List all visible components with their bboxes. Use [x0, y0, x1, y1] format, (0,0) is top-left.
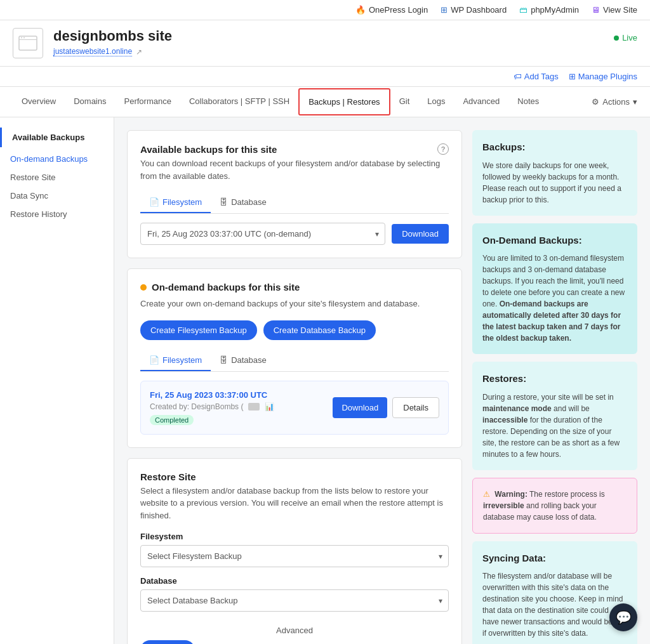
available-backups-title: Available backups for this site ? — [140, 143, 449, 155]
tab-overview[interactable]: Overview — [13, 89, 65, 115]
database-backup-select[interactable]: Select Database Backup — [140, 589, 449, 612]
filesystem-icon2: 📄 — [149, 355, 159, 365]
status-badge: Completed — [150, 415, 194, 425]
create-filesystem-backup-button[interactable]: Create Filesystem Backup — [140, 320, 257, 340]
link-external-icon: ↗ — [136, 48, 142, 56]
tags-bar: 🏷 Add Tags ⊞ Manage Plugins — [0, 67, 650, 87]
on-demand-subtab-database[interactable]: 🗄 Database — [211, 350, 275, 371]
info-icon[interactable]: ? — [437, 143, 449, 155]
monitor-icon: 🖥 — [592, 5, 600, 15]
backup-created-by: Created by: DesignBombs ( — [150, 402, 243, 411]
onepress-login-link[interactable]: 🔥 OnePress Login — [355, 5, 428, 15]
backup-date-row: Fri, 25 Aug 2023 03:37:00 UTC (on-demand… — [140, 223, 449, 245]
on-demand-title: On-demand backups for this site — [152, 282, 300, 292]
content-sidebar: Backups: We store daily backups for one … — [472, 130, 637, 644]
database-restore-field: Database Select Database Backup — [140, 576, 449, 612]
database-label: Database — [140, 576, 449, 586]
live-badge: Live — [614, 33, 637, 43]
info-warning-card: ⚠ Warning: The restore process is irreve… — [472, 478, 637, 534]
info-backups-text: We store daily backups for one week, fol… — [482, 160, 627, 206]
live-label: Live — [622, 33, 637, 43]
backup-download-button[interactable]: Download — [333, 397, 387, 418]
info-restores-text: During a restore, your site will be set … — [482, 391, 627, 460]
tab-logs[interactable]: Logs — [418, 89, 454, 115]
content-main: Available backups for this site ? You ca… — [127, 130, 462, 644]
wp-dashboard-link[interactable]: ⊞ WP Dashboard — [441, 5, 507, 15]
info-ondemand-card: On-Demand Backups: You are limited to 3 … — [472, 223, 637, 355]
sidebar-item-ondemand[interactable]: On-demand Backups — [0, 150, 114, 168]
info-syncing-text: The filesystem and/or database will be o… — [482, 570, 627, 639]
create-database-backup-button[interactable]: Create Database Backup — [263, 320, 376, 340]
chevron-down-icon: ▾ — [633, 97, 637, 107]
restore-title: Restore Site — [140, 471, 449, 482]
chat-bubble[interactable]: 💬 — [609, 603, 637, 631]
content-area: Available backups for this site ? You ca… — [114, 117, 650, 644]
filesystem-backup-select[interactable]: Select Filesystem Backup — [140, 545, 449, 567]
add-tags-button[interactable]: 🏷 Add Tags — [514, 72, 559, 81]
filesystem-label: Filesystem — [140, 532, 449, 541]
subtab-filesystem[interactable]: 📄 Filesystem — [140, 192, 211, 213]
top-bar: 🔥 OnePress Login ⊞ WP Dashboard 🗃 phpMyA… — [0, 0, 650, 20]
onepress-login-label: OnePress Login — [369, 5, 428, 15]
sidebar: Available Backups On-demand Backups Rest… — [0, 117, 114, 644]
filesystem-restore-field: Filesystem Select Filesystem Backup — [140, 532, 449, 567]
manage-plugins-button[interactable]: ⊞ Manage Plugins — [569, 72, 637, 81]
warning-icon: ⚠ — [483, 490, 490, 499]
info-ondemand-title: On-Demand Backups: — [482, 233, 627, 248]
download-button[interactable]: Download — [392, 224, 449, 244]
available-backups-desc: You can download recent backups of your … — [140, 157, 449, 182]
view-site-link[interactable]: 🖥 View Site — [592, 5, 637, 15]
svg-point-3 — [23, 37, 25, 39]
sidebar-heading: Available Backups — [0, 128, 114, 147]
tab-collaborators[interactable]: Collaborators | SFTP | SSH — [180, 89, 298, 115]
main-layout: Available Backups On-demand Backups Rest… — [0, 117, 650, 644]
phpmyadmin-link[interactable]: 🗃 phpMyAdmin — [519, 5, 579, 15]
backup-actions: Download Details — [333, 397, 439, 418]
on-demand-subtab-filesystem[interactable]: 📄 Filesystem — [140, 350, 211, 371]
info-ondemand-text: You are limited to 3 on-demand filesyste… — [482, 253, 627, 344]
db-admin-icon: 🗃 — [519, 5, 527, 15]
database-select-container: Select Database Backup — [140, 589, 449, 612]
info-syncing-card: Syncing Data: The filesystem and/or data… — [472, 541, 637, 645]
view-site-label: View Site — [603, 5, 637, 15]
sidebar-item-datasync[interactable]: Data Sync — [0, 187, 114, 205]
actions-dropdown[interactable]: ⚙ Actions ▾ — [592, 92, 637, 112]
backup-file-icon — [248, 403, 260, 411]
tab-advanced[interactable]: Advanced — [454, 89, 508, 115]
site-header: designbombs site justateswebsite1.online… — [0, 20, 650, 67]
site-title: designbombs site — [53, 28, 172, 44]
backup-date-select[interactable]: Fri, 25 Aug 2023 03:37:00 UTC (on-demand… — [140, 223, 385, 245]
info-backups-title: Backups: — [482, 140, 627, 155]
flame-icon: 🔥 — [355, 5, 366, 15]
subtab-database[interactable]: 🗄 Database — [211, 192, 275, 213]
wp-dashboard-label: WP Dashboard — [451, 5, 507, 15]
svg-point-2 — [21, 37, 22, 39]
sidebar-item-history[interactable]: Restore History — [0, 205, 114, 223]
site-url-link[interactable]: justateswebsite1.online — [53, 47, 132, 56]
backup-item: Fri, 25 Aug 2023 03:37:00 UTC Created by… — [140, 381, 449, 435]
restore-button[interactable]: Restore — [140, 640, 195, 644]
tab-git[interactable]: Git — [390, 89, 419, 115]
site-url: justateswebsite1.online ↗ — [53, 47, 172, 56]
database-icon2: 🗄 — [220, 355, 228, 365]
on-demand-header: On-demand backups for this site — [140, 282, 449, 292]
on-demand-bullet — [140, 284, 147, 291]
backup-date: Fri, 25 Aug 2023 03:37:00 UTC — [150, 390, 274, 400]
plugin-icon: ⊞ — [569, 72, 576, 81]
phpmyadmin-label: phpMyAdmin — [531, 5, 579, 15]
advanced-link[interactable]: Advanced — [140, 621, 449, 640]
warning-text: ⚠ Warning: The restore process is irreve… — [483, 489, 627, 523]
tab-performance[interactable]: Performance — [115, 89, 180, 115]
info-backups-card: Backups: We store daily backups for one … — [472, 130, 637, 216]
database-icon: 🗄 — [220, 197, 228, 207]
backup-meta: Created by: DesignBombs ( 📊 — [150, 402, 274, 411]
restore-desc: Select a filesystem and/or database back… — [140, 485, 449, 522]
sidebar-item-restore[interactable]: Restore Site — [0, 168, 114, 187]
tab-backups[interactable]: Backups | Restores — [298, 88, 390, 115]
backup-details-button[interactable]: Details — [392, 397, 439, 418]
tab-notes[interactable]: Notes — [508, 89, 548, 115]
wp-icon: ⊞ — [441, 5, 448, 15]
tab-domains[interactable]: Domains — [65, 89, 115, 115]
on-demand-desc: Create your own on-demand backups of you… — [140, 298, 449, 310]
backup-item-info: Fri, 25 Aug 2023 03:37:00 UTC Created by… — [150, 390, 274, 425]
